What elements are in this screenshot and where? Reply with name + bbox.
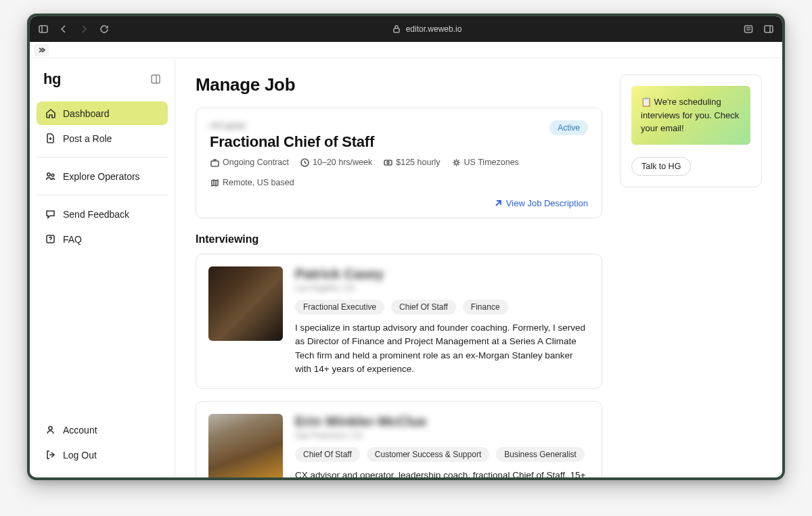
talk-to-hg-button[interactable]: Talk to HG	[631, 157, 691, 176]
collapse-sidebar-icon[interactable]	[150, 74, 161, 85]
sidebar-toggle-icon[interactable]	[38, 24, 49, 34]
external-link-icon	[493, 199, 502, 208]
meta-hours: 10–20 hrs/week	[300, 158, 372, 167]
page-title: Manage Job	[196, 74, 602, 95]
nav-separator	[37, 157, 168, 158]
view-job-description-link[interactable]: View Job Description	[493, 198, 588, 208]
svg-point-22	[455, 161, 458, 164]
sidebar-item-label: Account	[63, 425, 97, 436]
svg-rect-18	[211, 161, 219, 166]
sub-toolbar	[30, 42, 782, 58]
main-content: Manage Job HiCapital Fractional Chief of…	[175, 58, 782, 477]
document-plus-icon	[45, 133, 56, 144]
sidebar-item-post-role[interactable]: Post a Role	[37, 126, 168, 150]
chat-icon	[45, 208, 56, 220]
job-title: Fractional Chief of Staff	[210, 133, 374, 151]
sidebar-item-logout[interactable]: Log Out	[37, 443, 168, 467]
map-icon	[210, 178, 219, 187]
reader-icon[interactable]	[743, 24, 754, 34]
job-company: HiCapital	[210, 120, 374, 131]
svg-rect-2	[394, 28, 399, 32]
candidate-location: San Francisco, CA	[295, 431, 589, 440]
back-icon[interactable]	[58, 24, 69, 34]
address-bar[interactable]: editor.weweb.io	[391, 24, 462, 34]
svg-point-13	[51, 174, 54, 177]
sidebar-footer: Account Log Out	[30, 418, 175, 477]
candidate-name: Patrick Casey	[295, 266, 589, 282]
sidebar-item-label: Send Feedback	[63, 209, 129, 220]
sidebar-item-label: Post a Role	[63, 133, 112, 144]
svg-rect-3	[745, 26, 752, 32]
tag: Chief Of Staff	[295, 447, 360, 462]
sidebar-item-feedback[interactable]: Send Feedback	[37, 202, 168, 226]
candidate-location: Los Angeles, CA	[295, 283, 589, 293]
panel-icon[interactable]	[763, 24, 774, 34]
avatar	[208, 266, 283, 341]
status-badge: Active	[549, 120, 588, 135]
url-text: editor.weweb.io	[406, 24, 462, 34]
sidebar-item-faq[interactable]: FAQ	[37, 227, 168, 251]
candidate-card[interactable]: Patrick Casey Los Angeles, CA Fractional…	[196, 254, 602, 389]
tag: Customer Success & Support	[367, 447, 489, 462]
money-icon	[383, 158, 392, 167]
tag: Fractional Executive	[295, 300, 384, 314]
info-banner: 📋 We're scheduling interviews for you. C…	[631, 86, 750, 145]
svg-point-16	[49, 427, 52, 430]
sidebar-item-dashboard[interactable]: Dashboard	[37, 101, 168, 125]
nav-separator	[37, 195, 168, 195]
sun-icon	[451, 158, 461, 167]
tag: Finance	[463, 300, 508, 314]
svg-rect-20	[384, 160, 392, 165]
tag: Business Generalist	[496, 447, 585, 462]
reload-icon[interactable]	[99, 24, 110, 34]
meta-contract: Ongoing Contract	[210, 158, 289, 167]
logo: hg	[43, 70, 61, 88]
lock-icon	[391, 24, 402, 34]
avatar	[208, 414, 283, 477]
candidate-name: Erin Winkler-McClue	[295, 414, 589, 429]
people-icon	[45, 170, 56, 182]
svg-point-21	[387, 162, 389, 164]
primary-nav: Dashboard Post a Role Explore Operators …	[30, 101, 175, 252]
candidate-tags: Chief Of Staff Customer Success & Suppor…	[295, 447, 589, 462]
candidate-description: I specialize in startup advisory and fou…	[295, 321, 589, 376]
meta-timezone: US Timezones	[451, 158, 519, 167]
forward-icon[interactable]	[78, 24, 89, 34]
sidebar: hg Dashboard Post a Role Explore Operato…	[30, 58, 175, 477]
expand-panel-button[interactable]	[34, 44, 49, 56]
app-shell: hg Dashboard Post a Role Explore Operato…	[30, 58, 782, 477]
tag: Chief Of Staff	[391, 300, 456, 314]
job-card: HiCapital Fractional Chief of Staff Acti…	[196, 108, 602, 218]
clock-icon	[300, 158, 309, 167]
meta-rate: $125 hourly	[383, 158, 440, 167]
logout-icon	[45, 449, 56, 461]
sidebar-item-account[interactable]: Account	[37, 418, 168, 442]
interviewing-header: Interviewing	[196, 233, 602, 245]
sidebar-item-label: Log Out	[63, 450, 97, 461]
candidate-description: CX advisor and operator, leadership coac…	[295, 469, 589, 477]
right-panel: 📋 We're scheduling interviews for you. C…	[620, 74, 762, 187]
sidebar-item-label: Dashboard	[63, 108, 110, 119]
browser-chrome: editor.weweb.io	[30, 16, 782, 42]
svg-point-15	[50, 241, 51, 241]
user-icon	[45, 424, 56, 436]
home-icon	[45, 108, 56, 119]
candidate-tags: Fractional Executive Chief Of Staff Fina…	[295, 300, 589, 314]
sidebar-item-explore[interactable]: Explore Operators	[37, 164, 168, 188]
sidebar-item-label: FAQ	[63, 234, 82, 245]
sidebar-item-label: Explore Operators	[63, 171, 140, 182]
candidate-card[interactable]: Erin Winkler-McClue San Francisco, CA Ch…	[196, 401, 602, 477]
svg-point-12	[47, 173, 51, 177]
svg-rect-0	[39, 26, 47, 32]
svg-rect-6	[765, 26, 773, 32]
help-icon	[45, 233, 56, 245]
svg-rect-8	[152, 75, 160, 83]
job-meta: Ongoing Contract 10–20 hrs/week $125 hou…	[210, 158, 588, 187]
briefcase-icon	[210, 158, 219, 167]
browser-window: editor.weweb.io hg Dashboard	[27, 14, 785, 480]
meta-location: Remote, US based	[210, 178, 294, 187]
